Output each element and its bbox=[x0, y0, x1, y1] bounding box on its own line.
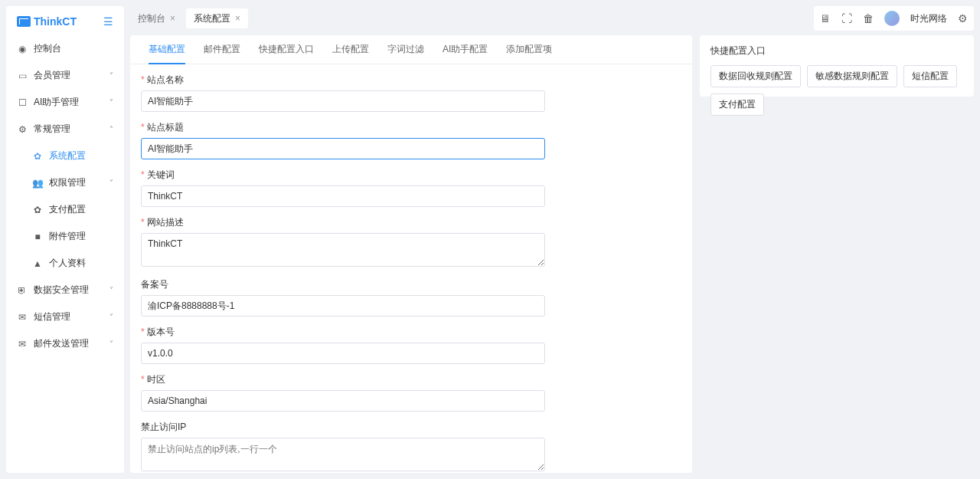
input-keywords[interactable] bbox=[141, 185, 545, 207]
sidebar: ThinkCT ☰ ◉控制台▭会员管理˅☐AI助手管理˅⚙常规管理˄✿系统配置👥… bbox=[6, 6, 124, 473]
field-site-name: 站点名称 bbox=[141, 74, 681, 112]
comment-icon: ✉ bbox=[17, 312, 28, 323]
brand-text: ThinkCT bbox=[34, 15, 77, 28]
logo-row: ThinkCT ☰ bbox=[6, 6, 124, 35]
close-icon[interactable]: × bbox=[170, 13, 175, 24]
chevron-down-icon: ˅ bbox=[109, 98, 113, 107]
input-icp[interactable] bbox=[141, 295, 545, 317]
textarea-description[interactable] bbox=[141, 233, 545, 267]
quick-panel-title: 快捷配置入口 bbox=[710, 44, 963, 57]
sidebar-subitem[interactable]: ✿系统配置 bbox=[6, 143, 124, 169]
field-site-title: 站点标题 bbox=[141, 121, 681, 159]
main-tab[interactable]: 字词过滤 bbox=[378, 35, 433, 64]
main-tab[interactable]: 邮件配置 bbox=[194, 35, 250, 64]
label-version: 版本号 bbox=[141, 326, 681, 339]
gear2-icon: ✿ bbox=[32, 205, 43, 215]
header-tab[interactable]: 控制台× bbox=[130, 8, 183, 28]
chevron-up-icon: ˄ bbox=[109, 125, 113, 133]
brand-logo[interactable]: ThinkCT bbox=[17, 15, 77, 28]
tab-label: 系统配置 bbox=[194, 12, 230, 25]
shield-icon: ⛨ bbox=[17, 285, 28, 296]
input-site-title[interactable] bbox=[141, 138, 545, 159]
sidebar-item[interactable]: ⛨数据安全管理˅ bbox=[6, 277, 124, 303]
sidebar-collapse-icon[interactable]: ☰ bbox=[103, 15, 113, 28]
input-site-name[interactable] bbox=[141, 90, 545, 112]
robot-icon: ☐ bbox=[17, 97, 28, 108]
sidebar-item-label: 权限管理 bbox=[49, 176, 109, 189]
label-site-name: 站点名称 bbox=[141, 74, 681, 87]
textarea-forbid-ip[interactable] bbox=[141, 438, 545, 471]
monitor-icon[interactable]: 🖥 bbox=[820, 12, 831, 25]
chevron-down-icon: ˅ bbox=[109, 179, 113, 187]
sidebar-item-label: 附件管理 bbox=[49, 230, 113, 243]
sidebar-subitem[interactable]: ▲个人资料 bbox=[6, 250, 124, 277]
dashboard-icon: ◉ bbox=[17, 44, 28, 54]
input-timezone[interactable] bbox=[141, 390, 545, 412]
sidebar-item[interactable]: ▭会员管理˅ bbox=[6, 62, 124, 89]
quick-panel: 快捷配置入口 数据回收规则配置敏感数据规则配置短信配置支付配置 bbox=[700, 35, 974, 97]
field-description: 网站描述 bbox=[141, 216, 681, 269]
username[interactable]: 时光网络 bbox=[910, 12, 947, 25]
sidebar-subitem[interactable]: 👥权限管理˅ bbox=[6, 169, 124, 196]
field-icp: 备案号 bbox=[141, 278, 681, 317]
settings-icon[interactable]: ⚙ bbox=[958, 12, 968, 25]
cog-icon: ⚙ bbox=[17, 124, 28, 135]
main-tab[interactable]: 基础配置 bbox=[139, 35, 194, 64]
sidebar-item[interactable]: ☐AI助手管理˅ bbox=[6, 89, 124, 116]
sidebar-subitem[interactable]: ■附件管理 bbox=[6, 223, 124, 250]
quick-button[interactable]: 支付配置 bbox=[710, 94, 764, 116]
input-version[interactable] bbox=[141, 343, 545, 364]
sidebar-item-label: 常规管理 bbox=[34, 123, 109, 136]
header-tabs: 控制台×系统配置× bbox=[130, 6, 251, 31]
main-panel: 基础配置邮件配置快捷配置入口上传配置字词过滤AI助手配置添加配置项 站点名称 站… bbox=[130, 35, 692, 473]
quick-button[interactable]: 短信配置 bbox=[903, 65, 957, 87]
label-timezone: 时区 bbox=[141, 373, 681, 386]
sidebar-item-label: AI助手管理 bbox=[34, 96, 109, 109]
sidebar-item-label: 邮件发送管理 bbox=[34, 337, 109, 350]
folder-icon: ■ bbox=[32, 231, 43, 242]
sidebar-item[interactable]: ✉短信管理˅ bbox=[6, 303, 124, 330]
sidebar-item[interactable]: ⚙常规管理˄ bbox=[6, 116, 124, 143]
label-icp: 备案号 bbox=[141, 278, 681, 291]
close-icon[interactable]: × bbox=[235, 13, 240, 24]
idcard-icon: ▭ bbox=[17, 71, 28, 81]
sidebar-subitem[interactable]: ✿支付配置 bbox=[6, 196, 124, 223]
main-tab[interactable]: 添加配置项 bbox=[497, 35, 561, 64]
label-site-title: 站点标题 bbox=[141, 121, 681, 134]
logo-icon bbox=[17, 16, 31, 27]
chevron-down-icon: ˅ bbox=[109, 313, 113, 321]
main-tab[interactable]: 上传配置 bbox=[323, 35, 378, 64]
tab-label: 控制台 bbox=[138, 12, 165, 25]
main-tab[interactable]: 快捷配置入口 bbox=[250, 35, 323, 64]
header-tab[interactable]: 系统配置× bbox=[186, 8, 248, 28]
sidebar-item-label: 控制台 bbox=[34, 42, 113, 55]
sidebar-item-label: 短信管理 bbox=[34, 310, 109, 323]
label-forbid-ip: 禁止访问IP bbox=[141, 421, 681, 434]
quick-button[interactable]: 数据回收规则配置 bbox=[710, 65, 801, 87]
sidebar-item-label: 个人资料 bbox=[49, 257, 113, 270]
chevron-down-icon: ˅ bbox=[109, 71, 113, 80]
user-icon: ▲ bbox=[32, 258, 43, 269]
sidebar-item-label: 数据安全管理 bbox=[34, 284, 109, 297]
avatar[interactable] bbox=[884, 11, 900, 26]
gear-icon: ✿ bbox=[32, 151, 43, 162]
quick-button[interactable]: 敏感数据规则配置 bbox=[807, 65, 897, 87]
sidebar-item-label: 支付配置 bbox=[49, 203, 113, 216]
main-tabs: 基础配置邮件配置快捷配置入口上传配置字词过滤AI助手配置添加配置项 bbox=[130, 35, 692, 64]
field-timezone: 时区 bbox=[141, 373, 681, 412]
field-forbid-ip: 禁止访问IP bbox=[141, 421, 681, 473]
header: 控制台×系统配置× 🖥 ⛶ 🗑 时光网络 ⚙ bbox=[130, 6, 974, 31]
mail-icon: ✉ bbox=[17, 339, 28, 349]
trash-icon[interactable]: 🗑 bbox=[863, 12, 874, 25]
main-tab[interactable]: AI助手配置 bbox=[433, 35, 497, 64]
label-description: 网站描述 bbox=[141, 216, 681, 229]
sidebar-item[interactable]: ◉控制台 bbox=[6, 35, 124, 62]
fullscreen-icon[interactable]: ⛶ bbox=[841, 12, 852, 25]
sidebar-item-label: 系统配置 bbox=[49, 149, 113, 162]
users-icon: 👥 bbox=[32, 178, 43, 189]
quick-buttons: 数据回收规则配置敏感数据规则配置短信配置支付配置 bbox=[710, 65, 963, 116]
label-keywords: 关键词 bbox=[141, 169, 681, 182]
sidebar-item-label: 会员管理 bbox=[34, 69, 109, 82]
chevron-down-icon: ˅ bbox=[109, 340, 113, 348]
sidebar-item[interactable]: ✉邮件发送管理˅ bbox=[6, 330, 124, 357]
